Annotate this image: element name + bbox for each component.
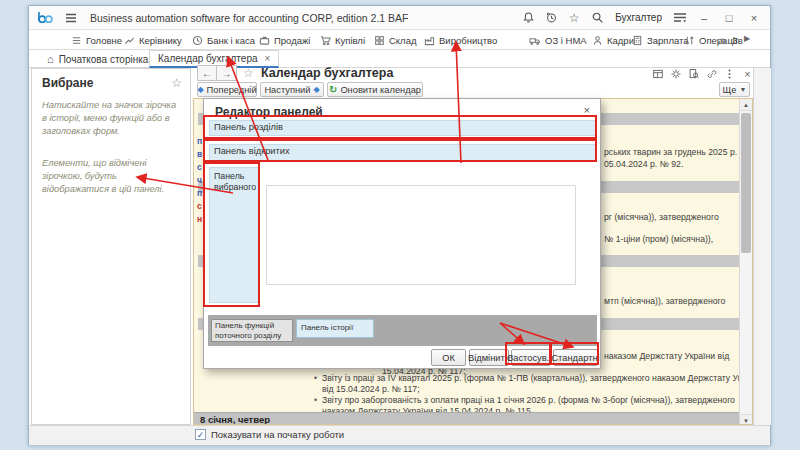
calendar-text-fragment: мтп (місячна)), затвердженого	[604, 296, 725, 306]
dialog-workspace	[266, 185, 576, 285]
calendar-bullet-text: Звіту із праці за IV квартал 2025 р. (фо…	[322, 373, 753, 383]
ribbon-item-fixed-assets[interactable]: ОЗ і НМА	[529, 33, 587, 48]
list-icon	[71, 35, 82, 46]
minimize-button[interactable]: –	[696, 10, 712, 26]
refresh-calendar-button[interactable]: ↻ Оновити календар	[327, 82, 423, 97]
ribbon-item-main[interactable]: Головне	[71, 33, 122, 48]
scroll-down-icon[interactable]: ▼	[740, 414, 752, 425]
ribbon-item-warehouse[interactable]: Склад	[374, 33, 417, 48]
page-star-icon[interactable]: ☆	[243, 66, 254, 80]
ribbon-label: Виробництво	[439, 35, 497, 46]
panel-functions-block[interactable]: Панель функцій поточного розділу	[211, 319, 293, 342]
apply-button[interactable]: Застосув...	[511, 349, 551, 366]
forward-button[interactable]: →	[217, 65, 237, 81]
ribbon-label: Зарплата	[647, 35, 689, 46]
panel-functions-line1: Панель функцій	[215, 321, 292, 331]
panel-history-block[interactable]: Панель історії	[296, 319, 374, 338]
ok-button[interactable]: ОК	[431, 349, 466, 366]
vertical-scrollbar[interactable]: ▲ ▼	[739, 99, 752, 425]
panels-editor-dialog: Редактор панелей × Панель розділів Панел…	[203, 98, 601, 369]
calendar-text-fragment: рських тварин за грудень 2025 р.	[604, 147, 737, 157]
title-bar: Business automation software for account…	[29, 6, 770, 30]
footer-bar: ✓ Показувати на початку роботи	[29, 425, 770, 445]
cart-icon	[320, 35, 331, 46]
app-window: Business automation software for account…	[28, 5, 771, 445]
ribbon-label: Банк і каса	[207, 35, 255, 46]
panel-open-bar[interactable]: Панель відкритих	[209, 144, 597, 161]
ribbon-label: Продажі	[274, 35, 310, 46]
get-link-icon[interactable]	[705, 67, 718, 80]
find-in-page-icon[interactable]	[687, 67, 700, 80]
favorites-hint-1: Натискайте на значок зірочка в історії, …	[42, 99, 180, 138]
ribbon-label: Купівлі	[335, 35, 365, 46]
sort-icon	[684, 35, 695, 46]
ribbon-item-reports[interactable]: Зв	[717, 33, 743, 48]
panel-sections-bar[interactable]: Панель розділів	[209, 120, 597, 136]
settings-gear-icon[interactable]	[669, 67, 682, 80]
tab-home[interactable]: ⌂ Початкова сторінка	[39, 50, 156, 68]
dialog-title: Редактор панелей	[215, 105, 323, 119]
maximize-button[interactable]: □	[721, 10, 737, 26]
factory-icon	[424, 35, 435, 46]
main-menu-icon[interactable]	[64, 11, 78, 25]
calendar-day-header: 8 січня, четвер	[194, 412, 740, 425]
previous-label: Попередній	[207, 85, 257, 95]
service-menu-icon[interactable]	[673, 11, 687, 25]
favorites-star-icon[interactable]: ☆	[567, 11, 581, 25]
panel-favorites-block[interactable]: Панель вибраного	[209, 167, 259, 303]
next-label: Наступний	[264, 85, 310, 95]
refresh-label: Оновити календар	[340, 85, 421, 95]
more-label: Ще	[723, 85, 737, 95]
ribbon-item-sales[interactable]: Продажі	[259, 33, 310, 48]
app-logo-icon	[37, 11, 54, 25]
bullet-icon: •	[314, 395, 317, 405]
standard-button[interactable]: Стандартні	[553, 349, 598, 366]
cancel-button[interactable]: Відмінити	[469, 349, 509, 366]
history-nav: ← →	[197, 65, 237, 81]
more-actions-icon[interactable]	[723, 67, 736, 80]
clock-icon	[192, 35, 203, 46]
page-header-icons: ×	[651, 67, 754, 80]
ribbon-item-manager[interactable]: Керівнику	[124, 33, 182, 48]
ribbon-item-production[interactable]: Виробництво	[424, 33, 497, 48]
tab-close-icon[interactable]: ×	[265, 53, 271, 64]
favorites-sidebar: Вибране ☆ Натискайте на значок зірочка в…	[31, 68, 191, 425]
page-title: Календар бухгалтера	[261, 66, 393, 80]
show-on-start-checkbox[interactable]: ✓	[195, 429, 206, 440]
app-title: Business automation software for account…	[90, 12, 408, 24]
search-icon[interactable]	[590, 11, 604, 25]
ribbon-overflow-arrow-icon[interactable]: ▶	[744, 34, 750, 43]
ribbon-item-bank-cash[interactable]: Банк і каса	[192, 33, 255, 48]
trend-icon	[124, 35, 135, 46]
more-button[interactable]: Ще ▼	[719, 82, 750, 97]
show-on-start-row[interactable]: ✓ Показувати на початку роботи	[195, 429, 344, 440]
next-button[interactable]: Наступний ◆	[260, 82, 324, 97]
ribbon-item-payroll[interactable]: Зарплата	[632, 33, 689, 48]
ribbon-menu: Головне Керівнику Банк і каса Продажі Ку…	[29, 30, 770, 50]
dialog-close-icon[interactable]: ×	[584, 104, 590, 116]
grid-icon	[374, 35, 385, 46]
ribbon-label: Зв	[732, 35, 743, 46]
calendar-bullet-text: Звіту про заборгованість з оплати праці …	[322, 395, 735, 405]
previous-button[interactable]: ◆ Попередній	[197, 82, 257, 97]
scrollbar-thumb[interactable]	[741, 113, 751, 253]
ribbon-label: Керівнику	[139, 35, 182, 46]
calendar-bullet-text: від 15.04.2024 р. № 117;	[322, 384, 420, 394]
scroll-up-icon[interactable]: ▲	[740, 99, 752, 111]
panel-settings-icon[interactable]	[651, 67, 664, 80]
tab-home-label: Початкова сторінка	[59, 54, 149, 65]
back-button[interactable]: ←	[197, 65, 217, 81]
current-user[interactable]: Бухгалтер	[615, 12, 662, 23]
tab-bar: ⌂ Початкова сторінка Календар бухгалтера…	[29, 50, 770, 68]
history-icon[interactable]	[544, 11, 558, 25]
panel-functions-line2: поточного розділу	[215, 331, 292, 341]
notifications-bell-icon[interactable]	[521, 11, 535, 25]
person-icon	[592, 35, 603, 46]
ribbon-item-purchases[interactable]: Купівлі	[320, 33, 365, 48]
favorites-hint-2: Елементи, що відмічені зірочкою, будуть …	[42, 157, 180, 196]
close-window-button[interactable]: ×	[746, 10, 762, 26]
briefcase-icon	[259, 35, 270, 46]
diamond-left-icon: ◆	[197, 85, 203, 94]
ribbon-item-hr[interactable]: Кадри	[592, 33, 634, 48]
calendar-text-fragment: 05.04.2024 р. № 92.	[604, 159, 683, 169]
